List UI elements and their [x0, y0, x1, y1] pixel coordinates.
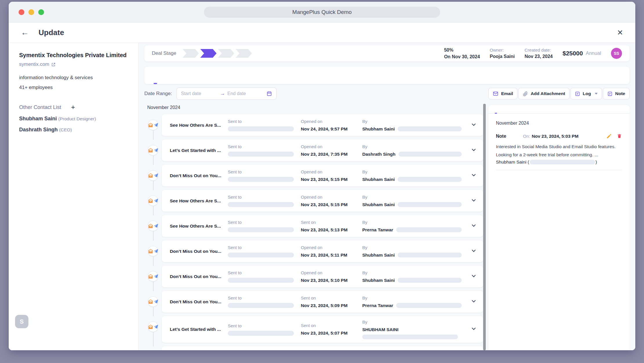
sent-to-label: Sent to: [228, 245, 301, 250]
log-button-label: Log: [583, 91, 591, 96]
website-url[interactable]: symentix.com: [19, 61, 49, 67]
activity-card[interactable]: Don’t Miss Out on You... Sent to Opened …: [162, 266, 483, 287]
expand-chevron-icon[interactable]: [471, 173, 476, 179]
owner-metric: Owner: Pooja Saini: [490, 48, 515, 59]
note-button[interactable]: Note: [603, 88, 630, 99]
activity-card[interactable]: Don’t Miss Out on You... Sent to Sent on…: [162, 291, 483, 313]
deal-stage-chip[interactable]: [183, 49, 199, 58]
activity-card[interactable]: Let’s Get Started with ... Sent to Opene…: [162, 139, 483, 161]
activity-card[interactable]: See How Others Are S... Sent to Opened o…: [162, 190, 483, 212]
when-column: Opened on Nov 23, 2024, 7:35 PM: [301, 144, 362, 157]
when-column: Opened on Nov 23, 2024, 5:10 PM: [301, 270, 362, 283]
expand-chevron-icon[interactable]: [471, 223, 476, 229]
close-traffic-light[interactable]: [19, 9, 24, 15]
end-date-field[interactable]: End date: [227, 91, 264, 96]
maximize-traffic-light[interactable]: [38, 9, 44, 15]
created-value: Nov 23, 2024: [525, 54, 553, 59]
company-name: Symentix Technologies Private Limited: [19, 52, 131, 59]
add-attachment-button[interactable]: Add Attachment: [518, 88, 570, 99]
deal-stage-chip[interactable]: [200, 49, 217, 58]
by-label: By: [362, 119, 462, 124]
by-name: Shubham Saini: [362, 253, 395, 258]
company-website-link[interactable]: symentix.com: [19, 61, 131, 67]
expand-chevron-icon[interactable]: [471, 122, 476, 128]
note-timestamp: Nov 23, 2024, 5:03 PM: [532, 134, 578, 139]
when-value: Nov 23, 2024, 5:15 PM: [301, 177, 362, 182]
action-buttons: Email Add Attachment Log: [488, 88, 630, 99]
email-opened-icon: [148, 198, 153, 204]
redacted-author-pill: [530, 160, 595, 164]
probability-value: 50%: [444, 48, 480, 53]
owner-label: Owner:: [490, 48, 515, 52]
avatar[interactable]: SS: [611, 48, 622, 59]
expand-chevron-icon[interactable]: [471, 326, 476, 333]
contact-name: Shubham Saini: [19, 116, 57, 121]
by-label: By: [362, 270, 462, 275]
activity-row-partial: [144, 346, 483, 350]
delete-trash-icon[interactable]: [617, 133, 622, 139]
note-icon: [607, 91, 613, 97]
when-label: Sent on: [301, 295, 362, 300]
deal-stage-chip[interactable]: [236, 49, 252, 58]
email-button[interactable]: Email: [488, 88, 517, 99]
by-label: By: [362, 295, 462, 300]
external-link-icon: [51, 62, 56, 67]
minimize-traffic-light[interactable]: [28, 9, 34, 15]
calendar-icon[interactable]: [266, 91, 272, 97]
contact-name: Dashrath Singh: [19, 127, 58, 133]
activity-title: Don’t Miss Out on You...: [170, 299, 228, 304]
activity-card-partial[interactable]: [162, 346, 483, 350]
contact-list-item[interactable]: Shubham Saini (Product Designer): [19, 116, 131, 122]
activity-title: Don’t Miss Out on You...: [170, 249, 228, 254]
email-opened-icon: [148, 248, 153, 254]
activity-title: Don’t Miss Out on You...: [170, 173, 228, 178]
redacted-recipient-pill: [228, 152, 294, 157]
back-button[interactable]: ←: [21, 28, 29, 37]
note-header: Note On: Nov 23, 2024, 5:03 PM: [496, 133, 622, 139]
redacted-email-pill: [396, 303, 462, 308]
add-contact-button[interactable]: +: [71, 104, 75, 111]
activity-card[interactable]: Don’t Miss Out on You... Sent to Opened …: [162, 240, 483, 262]
date-range-input[interactable]: Start date → End date: [177, 88, 276, 100]
start-date-field[interactable]: Start date: [181, 91, 218, 96]
activity-card[interactable]: Don’t Miss Out on You... Sent to Opened …: [162, 165, 483, 186]
email-sent-icon: [153, 198, 159, 203]
note-on-label: On:: [523, 134, 530, 139]
by-name: Prerna Tanwar: [362, 227, 393, 233]
expand-chevron-icon[interactable]: [471, 198, 476, 204]
when-label: Opened on: [301, 245, 362, 250]
timeline-rail: [144, 215, 162, 240]
activity-row: See How Others Are S... Sent to Opened o…: [144, 190, 483, 215]
timeline-scrollbar[interactable]: [483, 104, 486, 350]
when-label: Sent on: [301, 323, 362, 328]
floating-s-badge[interactable]: S: [15, 315, 28, 328]
when-label: Opened on: [301, 270, 362, 275]
activity-card[interactable]: Let’s Get Started with ... Sent to Sent …: [162, 316, 483, 343]
activity-card[interactable]: See How Others Are S... Sent to Opened o…: [162, 114, 483, 136]
redacted-recipient-pill: [228, 126, 294, 131]
note-author-close: ): [596, 159, 597, 165]
contact-list-item[interactable]: Dashrath Singh (CEO): [19, 127, 131, 133]
by-column: By Dashrath Singh: [362, 144, 475, 157]
activity-card[interactable]: See How Others Are S... Sent to Sent on …: [162, 215, 483, 237]
activity-row: Let’s Get Started with ... Sent to Opene…: [144, 139, 483, 165]
activity-tabs: [144, 67, 630, 84]
deal-stage-chip[interactable]: [218, 49, 234, 58]
activity-type-badge: [148, 145, 158, 155]
timeline-rail: [144, 316, 162, 346]
when-value: Nov 23, 2024, 5:09 PM: [301, 303, 362, 308]
by-label: By: [362, 220, 462, 225]
expand-chevron-icon[interactable]: [471, 248, 476, 254]
expand-chevron-icon[interactable]: [471, 299, 476, 305]
activity-row: Don’t Miss Out on You... Sent to Opened …: [144, 240, 483, 266]
close-button[interactable]: ✕: [617, 28, 623, 37]
created-label: Created date:: [525, 48, 553, 52]
amount-value: $25000: [563, 50, 583, 57]
expand-chevron-icon[interactable]: [471, 273, 476, 279]
edit-pencil-icon[interactable]: [606, 133, 612, 139]
activity-type-badge: [148, 271, 158, 282]
paperclip-icon: [523, 91, 528, 97]
expand-chevron-icon[interactable]: [471, 147, 476, 153]
log-button[interactable]: Log: [570, 88, 602, 99]
activity-row: Don’t Miss Out on You... Sent to Opened …: [144, 165, 483, 190]
